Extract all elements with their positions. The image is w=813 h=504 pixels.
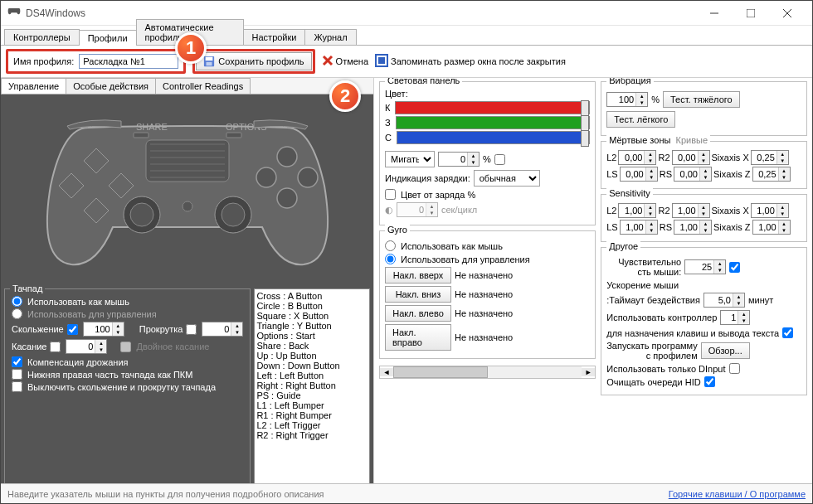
remember-size-label[interactable]: Запоминать размер окна после закрытия bbox=[391, 56, 566, 66]
svg-rect-6 bbox=[207, 62, 212, 65]
svg-rect-5 bbox=[206, 57, 213, 61]
tab-profiles[interactable]: Профили bbox=[79, 30, 137, 46]
slide-check[interactable] bbox=[67, 324, 78, 335]
rmb-check[interactable]: Нижняя правая часть тачпада как ПКМ bbox=[12, 369, 243, 380]
window-title: DS4Windows bbox=[26, 7, 696, 19]
svg-rect-1 bbox=[747, 9, 755, 17]
svg-point-24 bbox=[298, 167, 318, 187]
tab-log[interactable]: Журнал bbox=[304, 29, 356, 45]
svg-point-30 bbox=[183, 201, 192, 211]
tap-spin[interactable]: ▲▼ bbox=[66, 339, 107, 354]
tap-check[interactable] bbox=[50, 342, 61, 352]
tilt-left-button[interactable]: Накл. влево bbox=[385, 305, 451, 322]
svg-rect-31 bbox=[134, 133, 148, 138]
mappings-list[interactable]: Cross : A ButtonCircle : B ButtonSquare … bbox=[254, 288, 370, 486]
scroll-spin[interactable]: ▲▼ bbox=[202, 322, 243, 337]
svg-point-29 bbox=[222, 203, 245, 226]
gyro-group: Gyro Использовать как мышь Использовать … bbox=[379, 230, 596, 359]
profile-name-input[interactable] bbox=[79, 54, 178, 69]
hotkeys-link[interactable]: Горячие клавиши / О программе bbox=[669, 489, 806, 499]
gyro-controls-radio[interactable]: Использовать для управления bbox=[385, 254, 590, 264]
svg-point-22 bbox=[277, 147, 297, 167]
save-profile-button[interactable]: Сохранить профиль bbox=[196, 52, 311, 70]
flash-spin[interactable]: ▲▼ bbox=[438, 152, 480, 167]
cancel-button[interactable]: Отмена bbox=[336, 56, 368, 66]
subtab-special[interactable]: Особые действия bbox=[66, 78, 156, 94]
titlebar: DS4Windows bbox=[1, 1, 812, 26]
battery-color-check[interactable]: Цвет от заряда % bbox=[385, 189, 590, 200]
app-icon bbox=[7, 7, 21, 20]
sub-tabs: Управление Особые действия Controller Re… bbox=[1, 78, 373, 94]
jitter-check[interactable]: Компенсация дрожания bbox=[12, 356, 243, 367]
save-icon bbox=[203, 56, 215, 67]
svg-point-25 bbox=[277, 188, 297, 208]
svg-rect-11 bbox=[146, 140, 229, 182]
gyro-mouse-radio[interactable]: Использовать как мышь bbox=[385, 240, 590, 251]
callout-1: 1 bbox=[175, 32, 207, 64]
tab-controllers[interactable]: Контроллеры bbox=[4, 29, 80, 45]
flush-hid-check[interactable]: Очищать очереди HID bbox=[606, 376, 801, 387]
minimize-button[interactable] bbox=[696, 1, 733, 26]
cancel-icon[interactable] bbox=[322, 55, 333, 68]
main-tabs: Контроллеры Профили Автоматические профи… bbox=[1, 26, 812, 46]
flash-select[interactable]: Мигать п bbox=[385, 151, 435, 167]
status-bar: Наведите указатель мыши на пункты для по… bbox=[1, 483, 812, 503]
blue-slider[interactable] bbox=[397, 131, 590, 144]
red-slider[interactable] bbox=[395, 101, 590, 114]
test-heavy-button[interactable]: Тест. тяжёлого bbox=[663, 91, 740, 108]
maximize-button[interactable] bbox=[733, 1, 769, 26]
green-slider[interactable] bbox=[396, 116, 591, 129]
charging-select[interactable]: обычная bbox=[474, 170, 540, 187]
remember-size-icon[interactable] bbox=[375, 54, 388, 69]
svg-rect-33 bbox=[226, 133, 241, 138]
callout-2: 2 bbox=[329, 80, 361, 112]
close-button[interactable] bbox=[769, 1, 806, 26]
scroll-check[interactable] bbox=[186, 324, 197, 335]
subtab-controls[interactable]: Управление bbox=[1, 78, 66, 94]
svg-point-27 bbox=[130, 203, 153, 226]
doubletap-check bbox=[120, 342, 131, 352]
subtab-readings[interactable]: Controller Readings bbox=[155, 78, 251, 94]
touchpad-controls-radio[interactable]: Использовать для управления bbox=[12, 308, 243, 319]
for-keys-check[interactable] bbox=[782, 327, 793, 338]
pulse-icon: ◐ bbox=[385, 205, 393, 216]
other-group: Другое Чувствительно сть мыши: ▲▼ Ускоре… bbox=[601, 247, 807, 395]
controller-num-spin[interactable]: ▲▼ bbox=[720, 310, 750, 325]
disable-slide-check[interactable]: Выключить скольжение и прокрутку тачпада bbox=[12, 381, 243, 392]
idle-spin[interactable]: ▲▼ bbox=[703, 293, 745, 308]
profile-toolbar: Имя профиля: Сохранить профиль Отмена За… bbox=[1, 46, 812, 78]
slide-spin[interactable]: ▲▼ bbox=[83, 322, 124, 337]
hscrollbar[interactable]: ◄► bbox=[379, 366, 596, 379]
touchpad-mouse-radio[interactable]: Использовать как мышь bbox=[12, 296, 243, 307]
controller-diagram[interactable]: SHARE OPTIONS bbox=[1, 94, 373, 285]
mouse-sens-spin[interactable]: ▲▼ bbox=[684, 259, 726, 274]
tilt-down-button[interactable]: Накл. вниз bbox=[385, 286, 451, 303]
rumble-group: Вибрация ▲▼ % Тест. тяжёлого Тест. лёгко… bbox=[601, 81, 807, 136]
svg-point-23 bbox=[256, 167, 276, 187]
svg-rect-10 bbox=[378, 57, 385, 64]
rumble-spin[interactable]: ▲▼ bbox=[606, 92, 648, 107]
profile-name-label: Имя профиля: bbox=[13, 56, 74, 66]
mouse-accel-check[interactable] bbox=[729, 262, 740, 273]
flash-check[interactable] bbox=[494, 154, 505, 165]
browse-button[interactable]: Обзор... bbox=[701, 342, 750, 359]
lightbar-group: Световая панель Цвет: К З С Мигать п ▲▼ … bbox=[379, 81, 596, 225]
tilt-up-button[interactable]: Накл. вверх bbox=[385, 267, 451, 284]
dinput-check[interactable]: Использовать только DInput bbox=[606, 363, 801, 374]
touchpad-legend: Тачпад bbox=[10, 285, 45, 293]
sensitivity-group: Sensitivity L2▲▼ R2▲▼ Sixaxis X▲▼ LS▲▼ R… bbox=[601, 194, 807, 242]
test-light-button[interactable]: Тест. лёгкого bbox=[606, 111, 675, 128]
tilt-right-button[interactable]: Накл. вправо bbox=[385, 324, 451, 351]
pulse-spin: ▲▼ bbox=[397, 202, 438, 217]
svg-text:SHARE: SHARE bbox=[136, 122, 168, 132]
status-hint: Наведите указатель мыши на пункты для по… bbox=[7, 489, 669, 499]
touchpad-group: Тачпад Использовать как мышь Использоват… bbox=[4, 288, 251, 486]
tab-settings[interactable]: Настройки bbox=[243, 29, 306, 45]
deadzone-group: Мёртвые зоны Кривые L2▲▼ R2▲▼ Sixaxis X▲… bbox=[601, 141, 807, 189]
